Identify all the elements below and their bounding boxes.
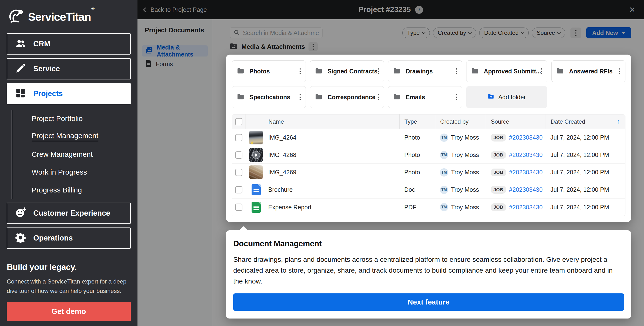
- folder-icon: [393, 68, 401, 75]
- file-name: Expense Report: [268, 204, 312, 211]
- back-to-project-link[interactable]: Back to Project Page: [144, 6, 207, 13]
- folder-kebab-icon[interactable]: [300, 68, 301, 74]
- titan-mascot-icon: [7, 7, 25, 26]
- file-name: Brochure: [268, 186, 292, 193]
- filter-created-by[interactable]: Created by: [433, 28, 476, 38]
- column-header-source[interactable]: Source: [486, 114, 546, 129]
- folder-kebab-icon[interactable]: [300, 94, 301, 100]
- folder-card-drawings[interactable]: Drawings: [388, 60, 462, 82]
- sidebar-item-projects[interactable]: Projects: [7, 83, 131, 104]
- filter-date-created[interactable]: Date Created: [479, 28, 529, 38]
- folder-card-approved-submittals[interactable]: Approved Submitt...: [466, 60, 548, 82]
- sidebar-item-operations[interactable]: Operations: [7, 228, 131, 249]
- file-name: IMG_4268: [268, 151, 296, 158]
- date-created: Jul 7, 2024, 12:00 PM: [546, 151, 625, 158]
- sidebar-item-service[interactable]: Service: [7, 58, 131, 79]
- creator-name: Troy Moss: [451, 134, 479, 141]
- job-link[interactable]: #202303430: [509, 151, 543, 158]
- chevron-down-icon: [557, 31, 561, 34]
- folder-card-correspondence[interactable]: Correspondence: [310, 86, 384, 108]
- job-link[interactable]: #202303430: [509, 186, 543, 193]
- folder-kebab-icon[interactable]: [456, 94, 457, 100]
- folder-kebab-icon[interactable]: [378, 68, 379, 74]
- column-header-date-created[interactable]: Date Created ↑: [546, 114, 625, 129]
- column-header-created-by[interactable]: Created by: [435, 114, 486, 129]
- subnav-item-project-management[interactable]: Project Management: [12, 127, 131, 145]
- file-type: Photo: [400, 169, 435, 176]
- sidebar-item-forms[interactable]: Forms: [142, 58, 208, 70]
- folder-kebab-icon[interactable]: [378, 94, 379, 100]
- add-new-button[interactable]: Add New: [586, 27, 631, 38]
- caret-down-icon: [622, 32, 626, 34]
- spreadsheet-file-icon[interactable]: [249, 200, 263, 214]
- divider: [144, 41, 206, 41]
- folder-card-specifications[interactable]: Specifications: [232, 86, 306, 108]
- search-input[interactable]: [243, 30, 319, 37]
- column-header-type[interactable]: Type: [400, 114, 435, 129]
- job-link[interactable]: #202303430: [509, 204, 543, 211]
- job-link[interactable]: #202303430: [509, 169, 543, 176]
- back-label: Back to Project Page: [150, 6, 207, 13]
- toolbar-kebab-button[interactable]: [570, 28, 581, 38]
- file-name: IMG_4269: [268, 169, 296, 176]
- folder-icon: [393, 93, 401, 101]
- row-checkbox[interactable]: [235, 169, 242, 176]
- table-row[interactable]: IMG_4269 Photo TM Troy Moss JOB #2023034…: [232, 164, 625, 181]
- row-checkbox[interactable]: [235, 186, 242, 194]
- doc-file-icon[interactable]: [249, 183, 263, 197]
- table-row[interactable]: IMG_4264 Photo TM Troy Moss JOB #2023034…: [232, 129, 625, 146]
- info-icon[interactable]: i: [415, 6, 423, 14]
- file-thumbnail[interactable]: [249, 131, 263, 144]
- select-all-checkbox[interactable]: [235, 118, 242, 125]
- sort-ascending-icon[interactable]: ↑: [617, 118, 620, 125]
- column-header-name[interactable]: Name: [246, 114, 400, 129]
- subnav-item-project-portfolio[interactable]: Project Portfolio: [12, 110, 131, 127]
- close-icon[interactable]: ✕: [629, 6, 635, 14]
- docs-sidebar-title: Project Documents: [145, 27, 208, 34]
- popover-body: Share drawings, plans and documents acro…: [233, 254, 624, 287]
- row-checkbox[interactable]: [235, 134, 242, 141]
- sidebar-item-crm[interactable]: CRM: [7, 33, 131, 55]
- get-demo-button[interactable]: Get demo: [7, 302, 131, 321]
- chevron-down-icon: [468, 31, 472, 34]
- toolbar: Type Created by Date Created Source Add …: [226, 28, 631, 38]
- sidebar-item-customer-experience[interactable]: Customer Experience: [7, 203, 131, 224]
- job-link[interactable]: #202303430: [509, 134, 543, 141]
- folder-card-signed-contracts[interactable]: Signed Contracts: [310, 60, 384, 82]
- folder-icon: [556, 68, 564, 75]
- folder-card-emails[interactable]: Emails: [388, 86, 462, 108]
- sidebar-item-media-attachments[interactable]: Media & Attachments: [142, 45, 208, 57]
- subnav-item-progress-billing[interactable]: Progress Billing: [12, 181, 131, 199]
- row-checkbox[interactable]: [235, 151, 242, 159]
- next-feature-button[interactable]: Next feature: [233, 293, 624, 311]
- folder-kebab-icon[interactable]: [456, 68, 457, 74]
- folder-kebab-icon[interactable]: [619, 68, 620, 74]
- filter-type[interactable]: Type: [402, 28, 430, 38]
- folder-media-icon: [230, 43, 238, 51]
- video-thumbnail[interactable]: [249, 148, 263, 162]
- folder-card-answered-rfis[interactable]: Answered RFIs: [552, 60, 626, 82]
- tab-kebab-button[interactable]: [308, 42, 318, 51]
- date-created: Jul 7, 2024, 12:00 PM: [546, 169, 625, 176]
- file-type: Doc: [400, 186, 435, 193]
- folder-icon: [471, 68, 479, 75]
- table-row[interactable]: Expense Report PDF TM Troy Moss JOB #202…: [232, 199, 625, 216]
- folder-kebab-icon[interactable]: [541, 68, 542, 74]
- media-attachments-card: Photos Signed Contracts Drawings: [226, 55, 631, 222]
- table-row[interactable]: Brochure Doc TM Troy Moss JOB #202303430: [232, 181, 625, 199]
- subnav-item-work-in-progress[interactable]: Work in Progress: [12, 163, 131, 181]
- popover-title: Document Management: [233, 239, 624, 248]
- search-icon: [233, 29, 240, 37]
- media-attachments-tab: Media & Attachments: [226, 42, 631, 51]
- gear-icon: [15, 232, 26, 244]
- subnav-item-crew-management[interactable]: Crew Management: [12, 145, 131, 163]
- filter-source[interactable]: Source: [532, 28, 565, 38]
- row-checkbox[interactable]: [235, 204, 242, 211]
- content-region: Project Documents Media & Attachments: [138, 19, 644, 326]
- folder-card-photos[interactable]: Photos: [232, 60, 306, 82]
- table-row[interactable]: IMG_4268 Photo TM Troy Moss JOB #2023034…: [232, 146, 625, 164]
- file-thumbnail[interactable]: [249, 166, 263, 179]
- add-folder-button[interactable]: Add folder: [466, 86, 548, 108]
- kebab-icon: [312, 44, 314, 50]
- sidebar-item-label: Forms: [156, 61, 173, 68]
